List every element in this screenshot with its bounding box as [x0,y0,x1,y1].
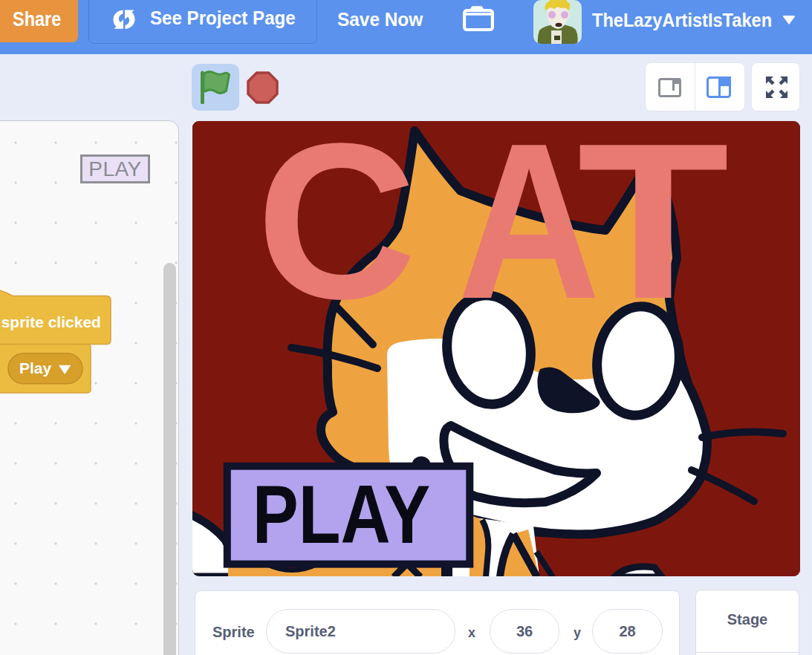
svg-text:when this sprite clicked: when this sprite clicked [0,313,101,330]
svg-text:C: C [256,121,417,345]
svg-text:PLAY: PLAY [253,468,430,561]
svg-text:T: T [577,121,730,345]
svg-text:Play: Play [19,359,52,377]
